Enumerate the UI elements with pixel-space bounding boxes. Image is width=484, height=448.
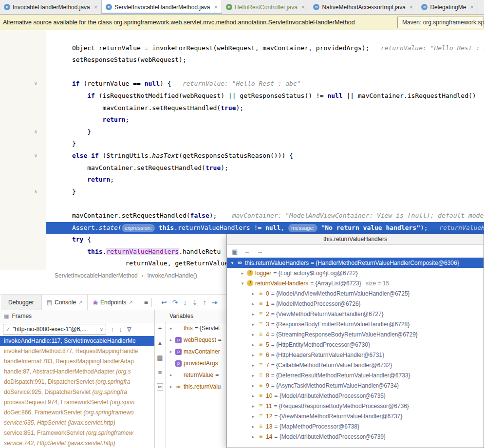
array-item-row[interactable]: ▸ ≡ 5 = {HttpEntityMethodProcessor@6730} [227,339,484,350]
code-line[interactable]: 11 ∨ else if (StringUtils.hasText(getRes… [0,150,484,162]
close-icon[interactable]: × [470,3,474,11]
watch-root-row[interactable]: ▾ ∞ this.returnValueHandlers = {HandlerM… [227,258,484,268]
code-line[interactable]: 07 mavContainer.setRequestHandled(true); [0,102,484,114]
editor-tab[interactable]: c InvocableHandlerMethod.java × [0,0,102,14]
back-icon[interactable]: ← [244,248,250,255]
breadcrumb-class[interactable]: ServletInvocableHandlerMethod [55,272,138,279]
expand-chevron-icon[interactable]: ▸ [251,404,256,409]
expand-chevron-icon[interactable]: ▸ [251,383,256,388]
code-line[interactable]: 02 Object returnValue = invokeForRequest… [0,42,484,55]
editor-tab[interactable]: c NativeMethodAccessorImpl.java × [309,0,417,14]
stack-frame-row[interactable]: doDispatch:991, DispatcherServlet (org.s… [0,377,154,387]
hide-frames-filter-icon[interactable]: ∇ [127,326,131,333]
field-row[interactable]: ▸ f logger = {LogFactory$Log4jLog@6722} [227,268,484,278]
array-item-row[interactable]: ▸ ≡ 6 = {HttpHeadersReturnValueHandler@6… [227,350,484,360]
watches-toggle-icon[interactable]: ∞ [157,383,164,391]
thread-selector[interactable]: ✓ "http-nio-8080-exec-1"@6,... ∨ [3,324,106,335]
stack-frame-row[interactable]: processRequest:974, FrameworkServlet (or… [0,397,154,408]
code-line[interactable]: 14 ∧ } [0,186,484,198]
expand-chevron-icon[interactable]: ▸ [240,271,245,276]
stack-frame-row[interactable]: service:742, HttpServlet (javax.servlet.… [0,438,154,448]
expand-chevron-icon[interactable]: ▸ [251,424,256,429]
breadcrumb-method[interactable]: invokeAndHandle() [148,272,197,279]
stack-frame-row[interactable]: doService:925, DispatcherServlet (org.sp… [0,387,154,397]
expand-chevron-icon[interactable]: ▸ [251,312,256,317]
stack-frame-row[interactable]: handle:87, AbstractHandlerMethodAdapter … [0,367,154,377]
close-icon[interactable]: × [94,3,98,11]
array-item-row[interactable]: ▸ ≡ 14 = {ModelAttributeMethodProcessor@… [227,431,484,442]
stack-frame-row[interactable]: service:635, HttpServlet (javax.servlet.… [0,418,154,428]
expand-chevron-icon[interactable]: ▸ [168,326,173,331]
code-line[interactable]: 10 } [0,138,484,150]
expand-chevron-icon[interactable]: ▸ [251,291,256,296]
fold-marker-icon[interactable]: ∧ [34,186,37,198]
code-line[interactable]: 16 mavContainer.setRequestHandled(false)… [0,210,484,222]
expand-chevron-icon[interactable]: ▸ [168,337,173,342]
expand-chevron-icon[interactable]: ▸ [168,349,173,354]
array-item-row[interactable]: ▸ ≡ 4 = {StreamingResponseBodyReturnValu… [227,329,484,339]
layout-icon[interactable]: ≡ [158,369,162,376]
code-line[interactable]: 08 return; [0,114,484,126]
code-line[interactable]: 13 return; [0,174,484,186]
tool-window-tab[interactable]: Debugger [1,295,42,310]
step-into-icon[interactable]: ↓ [183,299,186,306]
code-line[interactable]: 04 [0,66,484,78]
next-frame-icon[interactable]: ↓ [119,326,123,333]
expand-chevron-icon[interactable]: ▾ [230,261,235,265]
code-line[interactable]: 01 [0,30,484,42]
expand-chevron-icon[interactable]: ▸ [251,332,256,337]
array-item-row[interactable]: ▸ ≡ 0 = {ModelAndViewMethodReturnValueHa… [227,288,484,299]
step-over-icon[interactable]: ↷ [172,299,178,306]
stack-frame-row[interactable]: handleInternal:783, RequestMappingHandle… [0,356,154,367]
force-step-into-icon[interactable]: ⇣ [192,299,198,306]
move-up-icon[interactable]: ▲ [157,339,163,347]
editor-tab[interactable]: c HelloRestController.java × [222,0,309,14]
editor-tab[interactable]: c ServletInvocableHandlerMethod.java × [102,0,222,14]
expand-chevron-icon[interactable]: ▸ [251,434,256,439]
stack-frame-row[interactable]: invokeHandlerMethod:877, RequestMappingH… [0,346,154,356]
expand-chevron-icon[interactable]: ▸ [251,393,256,398]
add-watch-icon[interactable]: + [158,325,162,332]
expand-chevron-icon[interactable]: ▸ [251,353,256,357]
show-execution-point-icon[interactable]: ↩ [161,299,167,306]
tool-window-tab[interactable]: ◉ Endpoints ↗ [88,295,138,310]
code-line[interactable]: 05 ∨ if (returnValue == null) { returnVa… [0,78,484,90]
code-line[interactable]: 03 setResponseStatus(webRequest); [0,54,484,66]
expand-chevron-icon[interactable]: ▾ [240,281,245,286]
close-icon[interactable]: × [410,3,413,11]
stack-frame-row[interactable]: doGet:866, FrameworkServlet (org.springf… [0,408,154,418]
stack-frame-row[interactable]: invokeAndHandle:117, ServletInvocableHan… [0,336,154,346]
duplicate-icon[interactable]: ▤ [157,354,163,361]
expand-chevron-icon[interactable]: ▸ [251,301,256,306]
fold-marker-icon[interactable]: ∨ [34,150,37,162]
code-line[interactable]: 09 ∧ } [0,126,484,138]
code-line[interactable]: 15 [0,198,484,210]
close-icon[interactable]: × [214,3,218,11]
run-to-cursor-icon[interactable]: ⇥ [212,299,218,306]
copy-icon[interactable]: ▣ [232,248,238,255]
array-item-row[interactable]: ▸ ≡ 1 = {ModelMethodProcessor@6726} [227,299,484,309]
expand-chevron-icon[interactable]: ▸ [251,342,256,347]
expand-chevron-icon[interactable]: ▸ [168,373,173,377]
stack-frame-row[interactable]: service:851, FrameworkServlet (org.sprin… [0,428,154,438]
expand-chevron-icon[interactable]: ▸ [251,373,256,378]
array-item-row[interactable]: ▸ ≡ 2 = {ViewMethodReturnValueHandler@67… [227,309,484,319]
settings-menu-icon[interactable]: ≡ [144,299,148,306]
forward-icon[interactable]: → [257,248,263,255]
field-row[interactable]: ▾ f returnValueHandlers = {ArrayList@672… [227,278,484,288]
expand-chevron-icon[interactable]: ▸ [251,363,256,368]
code-line[interactable]: 17 Assert.state(expression: this.returnV… [0,222,484,234]
code-line[interactable]: 12 mavContainer.setRequestHandled(true); [0,162,484,174]
editor-tab[interactable]: c DelegatingMe × [417,0,478,14]
fold-marker-icon[interactable]: ∧ [34,126,37,138]
previous-frame-icon[interactable]: ↑ [111,326,114,333]
expand-chevron-icon[interactable]: ▸ [168,384,173,389]
array-item-row[interactable]: ▸ ≡ 11 = {RequestResponseBodyMethodProce… [227,401,484,411]
array-item-row[interactable]: ▸ ≡ 10 = {ModelAttributeMethodProcessor@… [227,391,484,401]
step-out-icon[interactable]: ↑ [203,299,206,306]
expand-chevron-icon[interactable]: ▸ [251,322,256,327]
array-item-row[interactable]: ▸ ≡ 7 = {CallableMethodReturnValueHandle… [227,360,484,370]
tool-window-tab[interactable]: ▤ Console ↗ [42,295,88,310]
code-line[interactable]: 06 if (isRequestNotModified(webRequest) … [0,90,484,102]
array-item-row[interactable]: ▸ ≡ 8 = {DeferredResultMethodReturnValue… [227,370,484,380]
